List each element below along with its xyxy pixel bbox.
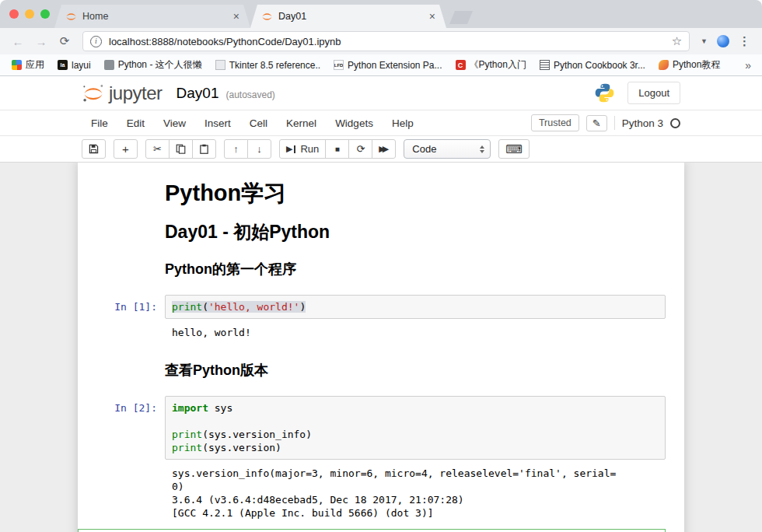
- bookmark-star-icon[interactable]: ☆: [672, 34, 682, 48]
- close-window-button[interactable]: [9, 9, 19, 19]
- menu-widgets[interactable]: Widgets: [326, 113, 383, 134]
- window-controls: [9, 9, 50, 19]
- cell-prompt: In [1]:: [78, 291, 165, 319]
- reload-button[interactable]: ⟳: [54, 34, 75, 48]
- menu-items: FileEditViewInsertCellKernelWidgetsHelp: [82, 113, 423, 134]
- menu-edit[interactable]: Edit: [117, 113, 154, 134]
- markdown-cell[interactable]: 查看Python版本: [78, 344, 666, 392]
- markdown-cell[interactable]: Python的第一个程序: [78, 260, 666, 291]
- tabs: Home × Day01 ×: [54, 5, 473, 28]
- tab-home[interactable]: Home ×: [54, 5, 250, 28]
- jupyter-header: jupyter Day01 (autosaved) Logout: [0, 76, 762, 110]
- code-cell[interactable]: In [1]:print('hello, world!')hello, worl…: [78, 291, 666, 344]
- bookmark-label: Python Cookbook 3r...: [554, 60, 645, 71]
- new-tab-button[interactable]: [449, 11, 473, 24]
- bookmark-python-tutorial[interactable]: Python教程: [655, 57, 724, 73]
- run-button[interactable]: ▶ Run: [279, 139, 326, 159]
- cell-prompt: [78, 220, 165, 260]
- code-input-area[interactable]: print('hello, world!'): [165, 295, 666, 319]
- bookmark-label: Python - 这个人很懒: [118, 58, 202, 72]
- notebook-toolbar: + ✂ ↑ ↓ ▶ Run ■ ⟳: [0, 136, 762, 163]
- arrow-up-icon: ↑: [233, 143, 239, 155]
- cell-prompt: [78, 260, 165, 291]
- code-cell[interactable]: In [ ]:: [78, 529, 666, 532]
- command-palette-button[interactable]: ⌨: [498, 139, 530, 159]
- bookmark-python-lazy[interactable]: Python - 这个人很懒: [100, 57, 206, 73]
- menu-view[interactable]: View: [154, 113, 195, 134]
- address-bar-row: ← → ⟳ i localhost:8888/notebooks/PythonC…: [0, 28, 762, 54]
- notebook-title[interactable]: Day01: [177, 85, 219, 102]
- layui-favicon-icon: la: [58, 60, 68, 70]
- close-tab-icon[interactable]: ×: [429, 11, 435, 22]
- move-cell-down-button[interactable]: ↓: [247, 139, 271, 159]
- restart-icon: ⟳: [356, 143, 365, 155]
- code-cell[interactable]: In [2]:import sys print(sys.version_info…: [78, 392, 666, 524]
- cell-prompt: In [2]:: [78, 392, 165, 460]
- tab-day01[interactable]: Day01 ×: [250, 5, 446, 28]
- menu-cell[interactable]: Cell: [240, 113, 277, 134]
- bookmark-lfd[interactable]: LFDPython Extension Pa...: [330, 58, 446, 72]
- bookmark-layui[interactable]: lalayui: [54, 58, 95, 72]
- cookbook-favicon-icon: [540, 60, 550, 70]
- kernel-name: Python 3: [622, 117, 663, 129]
- restart-run-all-button[interactable]: ▶▶: [372, 139, 396, 159]
- menu-insert[interactable]: Insert: [195, 113, 240, 134]
- bookmark-label: Python Extension Pa...: [348, 60, 442, 71]
- bookmarks-overflow-icon[interactable]: »: [742, 59, 754, 72]
- jupyter-favicon-icon: [65, 11, 77, 23]
- copy-cell-button[interactable]: [169, 139, 193, 159]
- cut-cell-button[interactable]: ✂: [145, 139, 170, 159]
- notebook-site: Python学习Day01 - 初始PythonPython的第一个程序In […: [0, 163, 762, 532]
- jupyter-logo-icon: [82, 82, 105, 103]
- notebook-menubar: FileEditViewInsertCellKernelWidgetsHelp …: [0, 110, 762, 136]
- menu-help[interactable]: Help: [383, 113, 423, 134]
- notebook-container: Python学习Day01 - 初始PythonPython的第一个程序In […: [78, 163, 684, 532]
- bookmark-apps[interactable]: 应用: [8, 57, 48, 73]
- python-tutorial-favicon-icon: [659, 60, 669, 70]
- markdown-cell[interactable]: Python学习: [78, 173, 666, 220]
- extension-globe-icon[interactable]: [717, 35, 729, 47]
- plus-icon: +: [122, 142, 129, 156]
- bookmark-label: 应用: [26, 58, 44, 72]
- save-button[interactable]: [82, 139, 106, 159]
- menu-kernel[interactable]: Kernel: [277, 113, 326, 134]
- trusted-button[interactable]: Trusted: [531, 114, 579, 131]
- bookmark-python-intro[interactable]: C《Python入门: [452, 57, 530, 73]
- zoom-window-button[interactable]: [40, 9, 50, 19]
- menu-file[interactable]: File: [82, 113, 117, 134]
- paste-icon: [199, 144, 209, 154]
- bookmark-tkinter[interactable]: Tkinter 8.5 reference..: [211, 58, 324, 72]
- add-cell-button[interactable]: +: [114, 139, 138, 159]
- bookmark-label: Python教程: [673, 58, 720, 72]
- logout-button[interactable]: Logout: [627, 82, 680, 104]
- browser-actions: ▼ ⋮: [697, 34, 754, 48]
- cell-type-select[interactable]: Code: [404, 139, 491, 159]
- forward-button[interactable]: →: [31, 35, 51, 48]
- tkinter-favicon-icon: [215, 60, 225, 70]
- divider: [614, 116, 615, 130]
- bookmark-cookbook[interactable]: Python Cookbook 3r...: [536, 58, 649, 72]
- heading-h2: Day01 - 初始Python: [165, 220, 666, 244]
- bookmarks-items: 应用lalayuiPython - 这个人很懒Tkinter 8.5 refer…: [8, 57, 742, 73]
- paste-cell-button[interactable]: [192, 139, 216, 159]
- edit-mode-pencil-button[interactable]: ✎: [586, 115, 607, 131]
- minimize-window-button[interactable]: [25, 9, 34, 19]
- heading-h1: Python学习: [165, 178, 666, 209]
- page-info-icon[interactable]: i: [90, 36, 102, 47]
- browser-dropdown-icon[interactable]: ▼: [701, 37, 708, 45]
- restart-kernel-button[interactable]: ⟳: [348, 139, 372, 159]
- browser-menu-icon[interactable]: ⋮: [739, 34, 751, 48]
- markdown-cell[interactable]: Day01 - 初始Python: [78, 220, 666, 260]
- tab-title: Day01: [278, 11, 424, 22]
- code-input-area[interactable]: import sys print(sys.version_info)print(…: [165, 396, 666, 460]
- back-button[interactable]: ←: [8, 35, 28, 48]
- close-tab-icon[interactable]: ×: [233, 11, 239, 22]
- heading-h3: 查看Python版本: [165, 361, 666, 380]
- url-text[interactable]: localhost:8888/notebooks/PythonCode/Day0…: [109, 36, 665, 47]
- omnibox[interactable]: i localhost:8888/notebooks/PythonCode/Da…: [82, 31, 690, 51]
- interrupt-kernel-button[interactable]: ■: [325, 139, 349, 159]
- move-cell-up-button[interactable]: ↑: [224, 139, 248, 159]
- jupyter-logo[interactable]: jupyter: [82, 82, 163, 104]
- scissors-icon: ✂: [153, 143, 162, 155]
- autosave-status: (autosaved): [225, 89, 274, 100]
